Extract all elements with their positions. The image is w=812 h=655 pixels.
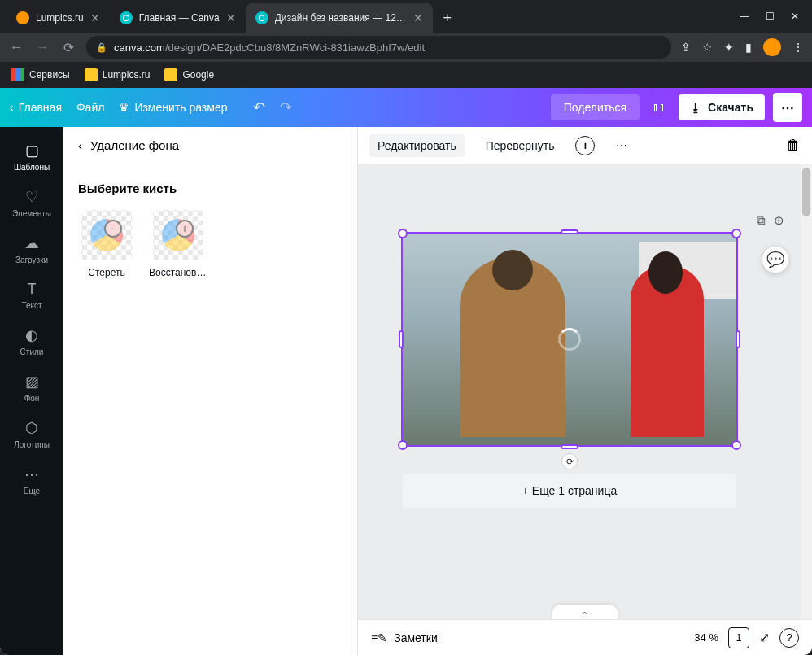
selection-box bbox=[401, 232, 738, 447]
templates-icon: ▢ bbox=[25, 142, 39, 159]
menu-icon[interactable]: ⋮ bbox=[792, 41, 804, 54]
topbar-center: ↶ ↷ bbox=[253, 98, 544, 116]
flip-button[interactable]: Перевернуть bbox=[478, 134, 563, 157]
minimize-icon[interactable]: — bbox=[740, 11, 749, 22]
rotate-handle[interactable]: ⟳ bbox=[561, 453, 578, 469]
rail-uploads[interactable]: ☁Загрузки bbox=[0, 226, 63, 273]
elements-icon: ♡ bbox=[25, 188, 38, 206]
minus-icon: − bbox=[104, 220, 122, 238]
help-icon[interactable]: ? bbox=[779, 628, 799, 648]
info-icon[interactable]: i bbox=[575, 136, 595, 155]
rail-elements[interactable]: ♡Элементы bbox=[0, 180, 63, 226]
duplicate-page-icon[interactable]: ⧉ bbox=[757, 213, 766, 228]
redo-icon[interactable]: ↷ bbox=[280, 98, 292, 116]
insights-icon[interactable]: ⫾⫾ bbox=[648, 95, 670, 120]
tab-canva-design[interactable]: C Дизайн без названия — 1200 ✕ bbox=[246, 3, 433, 33]
brush-erase[interactable]: − Стереть bbox=[78, 210, 135, 278]
favicon-icon bbox=[16, 11, 29, 24]
reload-icon[interactable]: ⟳ bbox=[60, 40, 76, 55]
maximize-icon[interactable]: ☐ bbox=[766, 11, 775, 22]
extensions-icon[interactable]: ✦ bbox=[724, 41, 734, 54]
fullscreen-icon[interactable]: ⤢ bbox=[759, 630, 770, 645]
close-icon[interactable]: ✕ bbox=[413, 11, 423, 24]
resize-handle-right[interactable] bbox=[736, 330, 740, 348]
back-icon[interactable]: ← bbox=[8, 40, 24, 55]
zoom-level[interactable]: 34 % bbox=[694, 631, 718, 644]
window-controls: — ☐ ✕ bbox=[727, 11, 812, 22]
new-tab-button[interactable]: + bbox=[436, 7, 459, 29]
bookmark-label: Lumpics.ru bbox=[103, 69, 151, 81]
resize-handle-left[interactable] bbox=[399, 330, 404, 348]
folder-icon bbox=[85, 68, 98, 81]
resize-handle-bottom[interactable] bbox=[561, 444, 578, 449]
notes-icon: ≡✎ bbox=[371, 631, 387, 644]
panel-title: Удаление фона bbox=[90, 138, 179, 152]
home-button[interactable]: ‹ Главная bbox=[10, 101, 62, 114]
canvas-page[interactable]: ⟳ bbox=[403, 234, 736, 445]
app-topbar: ‹ Главная Файл ♛ Изменить размер ↶ ↷ Под… bbox=[0, 88, 812, 127]
more-button[interactable]: ⋯ bbox=[773, 93, 802, 122]
star-icon[interactable]: ☆ bbox=[702, 41, 713, 54]
resize-handle-tl[interactable] bbox=[398, 229, 408, 238]
resize-handle-tr[interactable] bbox=[731, 229, 741, 238]
undo-icon[interactable]: ↶ bbox=[253, 98, 265, 116]
share-url-icon[interactable]: ⇪ bbox=[681, 41, 691, 54]
resize-handle-br[interactable] bbox=[731, 440, 741, 450]
background-icon: ▨ bbox=[25, 373, 39, 391]
bookmark-google[interactable]: Google bbox=[164, 68, 214, 81]
browser-tabs: Lumpics.ru ✕ C Главная — Canva ✕ C Дизай… bbox=[7, 3, 727, 33]
rail-styles[interactable]: ◐Стили bbox=[0, 318, 63, 365]
context-more-icon[interactable]: ⋯ bbox=[608, 134, 635, 157]
topbar-left: ‹ Главная Файл ♛ Изменить размер bbox=[10, 101, 227, 114]
pages-drawer-toggle[interactable]: ︿ bbox=[552, 605, 618, 619]
share-button[interactable]: Поделиться bbox=[551, 94, 640, 120]
tab-canva-home[interactable]: C Главная — Canva ✕ bbox=[110, 3, 246, 33]
rail-label: Загрузки bbox=[15, 255, 48, 264]
profile-avatar[interactable] bbox=[763, 38, 781, 56]
rail-label: Фон bbox=[24, 394, 40, 403]
uploads-icon: ☁ bbox=[24, 234, 39, 252]
status-bar: ≡✎ Заметки 34 % 1 ⤢ ? bbox=[358, 619, 812, 655]
close-window-icon[interactable]: ✕ bbox=[791, 11, 799, 22]
home-label: Главная bbox=[19, 101, 62, 114]
page-number[interactable]: 1 bbox=[728, 627, 749, 648]
panel-back-button[interactable]: ‹ Удаление фона bbox=[78, 138, 343, 152]
rail-more[interactable]: ⋯Еще bbox=[0, 457, 63, 504]
puzzle-icon[interactable]: ▮ bbox=[745, 41, 752, 54]
url-path: /design/DAE2pdcCbu8/8MZnRWci-831iawzBphI… bbox=[165, 41, 425, 54]
resize-button[interactable]: ♛ Изменить размер bbox=[119, 101, 227, 114]
add-page-icon[interactable]: ⊕ bbox=[774, 213, 784, 228]
page-tools: ⧉ ⊕ bbox=[757, 213, 784, 228]
rail-logos[interactable]: ⬡Логотипы bbox=[0, 411, 63, 457]
resize-handle-top[interactable] bbox=[561, 229, 578, 234]
rail-label: Шаблоны bbox=[14, 163, 50, 172]
comment-fab[interactable]: 💬 bbox=[762, 246, 789, 273]
tab-label: Главная — Canva bbox=[139, 12, 220, 24]
rail-templates[interactable]: ▢Шаблоны bbox=[0, 133, 63, 180]
brush-restore[interactable]: + Восстанови... bbox=[150, 210, 207, 278]
url-host: canva.com bbox=[114, 41, 165, 54]
rail-background[interactable]: ▨Фон bbox=[0, 365, 63, 411]
canvas-stage[interactable]: ⧉ ⊕ bbox=[358, 164, 812, 619]
rail-label: Элементы bbox=[12, 209, 51, 218]
chevron-left-icon: ‹ bbox=[78, 138, 82, 152]
close-icon[interactable]: ✕ bbox=[226, 11, 236, 24]
bookmark-lumpics[interactable]: Lumpics.ru bbox=[85, 68, 151, 81]
scroll-thumb[interactable] bbox=[802, 168, 810, 216]
notes-button[interactable]: ≡✎ Заметки bbox=[371, 631, 438, 644]
add-page-button[interactable]: + Еще 1 страница bbox=[403, 474, 736, 508]
scrollbar-vertical[interactable] bbox=[801, 164, 812, 619]
download-button[interactable]: ⭳ Скачать bbox=[679, 94, 765, 120]
edit-button[interactable]: Редактировать bbox=[369, 134, 465, 157]
bookmark-services[interactable]: Сервисы bbox=[11, 68, 70, 81]
brush-list: − Стереть + Восстанови... bbox=[78, 210, 343, 278]
file-button[interactable]: Файл bbox=[76, 101, 104, 114]
resize-handle-bl[interactable] bbox=[398, 440, 408, 450]
forward-icon[interactable]: → bbox=[34, 40, 50, 55]
close-icon[interactable]: ✕ bbox=[90, 11, 100, 24]
logos-icon: ⬡ bbox=[25, 419, 38, 437]
rail-text[interactable]: TТекст bbox=[0, 273, 63, 318]
tab-lumpics[interactable]: Lumpics.ru ✕ bbox=[7, 3, 110, 33]
url-input[interactable]: 🔒 canva.com/design/DAE2pdcCbu8/8MZnRWci-… bbox=[86, 36, 671, 59]
trash-icon[interactable]: 🗑 bbox=[786, 137, 801, 154]
